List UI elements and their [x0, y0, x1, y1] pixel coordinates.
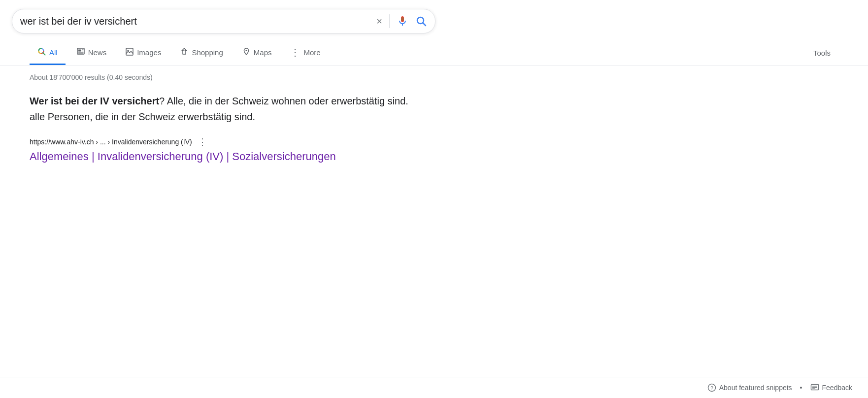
tab-news[interactable]: News [68, 41, 115, 65]
tab-more[interactable]: ⋮ More [282, 40, 328, 66]
all-icon [37, 47, 46, 58]
search-box-right: × [376, 14, 427, 28]
tab-shopping-label: Shopping [192, 48, 223, 57]
more-icon: ⋮ [290, 46, 300, 58]
svg-line-7 [43, 53, 45, 55]
images-icon [125, 47, 134, 58]
result-title[interactable]: Allgemeines | Invalidenversicherung (IV)… [30, 150, 336, 163]
tab-images[interactable]: Images [117, 41, 169, 65]
tab-shopping[interactable]: Shopping [172, 41, 231, 65]
shopping-icon [180, 47, 189, 58]
bottom-bar: ? About featured snippets • Feedback [0, 377, 868, 398]
tab-maps[interactable]: Maps [234, 41, 280, 65]
result-entry: https://www.ahv-iv.ch › ... › Invalidenv… [30, 136, 414, 165]
bottom-separator: • [800, 384, 802, 392]
svg-rect-9 [78, 50, 81, 52]
tab-all-label: All [49, 48, 58, 57]
search-icon[interactable] [415, 15, 427, 27]
tab-more-label: More [303, 48, 320, 57]
tab-news-label: News [88, 48, 107, 57]
result-url: https://www.ahv-iv.ch › ... › Invalidenv… [30, 138, 192, 146]
microphone-icon[interactable] [397, 15, 408, 27]
feedback-item[interactable]: Feedback [810, 383, 852, 392]
tab-maps-label: Maps [254, 48, 272, 57]
svg-rect-14 [126, 48, 133, 55]
tab-images-label: Images [137, 48, 161, 57]
svg-text:?: ? [710, 386, 713, 391]
feedback-label: Feedback [822, 384, 852, 392]
about-snippets-label: About featured snippets [719, 384, 792, 392]
search-input[interactable] [20, 16, 371, 27]
results-count: About 18'700'000 results (0.40 seconds) [30, 73, 838, 81]
svg-line-2 [423, 23, 426, 26]
result-url-row: https://www.ahv-iv.ch › ... › Invalidenv… [30, 136, 414, 147]
divider [389, 14, 390, 28]
svg-point-16 [245, 50, 247, 51]
news-icon [76, 47, 85, 58]
results-area: About 18'700'000 results (0.40 seconds) … [0, 66, 868, 165]
feedback-icon [810, 383, 819, 392]
svg-point-0 [401, 17, 404, 21]
top-bar: × [0, 0, 868, 33]
featured-snippet: Wer ist bei der IV versichert? Alle, die… [30, 93, 414, 125]
result-options-icon[interactable]: ⋮ [198, 136, 207, 147]
maps-icon [242, 47, 251, 58]
search-box: × [12, 9, 435, 33]
clear-icon[interactable]: × [376, 16, 382, 27]
tools-button[interactable]: Tools [805, 43, 838, 63]
nav-tabs: All News Images [0, 40, 868, 66]
about-snippets-item[interactable]: ? About featured snippets [707, 383, 792, 392]
snippet-bold: Wer ist bei der IV versichert [30, 96, 159, 106]
tab-all[interactable]: All [30, 41, 66, 65]
info-icon: ? [707, 383, 716, 392]
snippet-text: Wer ist bei der IV versichert? Alle, die… [30, 93, 414, 125]
